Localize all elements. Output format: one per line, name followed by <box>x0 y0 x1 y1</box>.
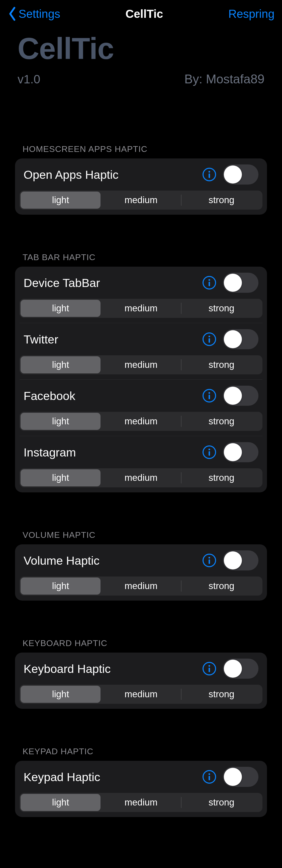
toggle-switch[interactable] <box>223 550 258 570</box>
segment-medium[interactable]: medium <box>101 356 181 373</box>
segmented-control[interactable]: lightmediumstrong <box>20 299 262 318</box>
row-header: Instagram <box>24 442 258 462</box>
segment-row: lightmediumstrong <box>15 412 267 436</box>
row-accessories <box>202 386 258 406</box>
setting-label: Facebook <box>24 389 75 403</box>
switch-knob <box>224 330 242 348</box>
segmented-control[interactable]: lightmediumstrong <box>20 577 262 596</box>
row-header: Volume Haptic <box>24 551 258 570</box>
section-header: HOMESCREEN APPS HAPTIC <box>23 144 267 154</box>
setting-label: Open Apps Haptic <box>24 168 118 182</box>
segment-medium[interactable]: medium <box>101 300 181 317</box>
row-accessories <box>202 164 258 185</box>
toggle-switch[interactable] <box>223 273 258 293</box>
row-header: Facebook <box>24 386 258 405</box>
segment-strong[interactable]: strong <box>181 192 261 209</box>
svg-rect-11 <box>209 395 210 399</box>
settings-group: Open Apps Hapticlightmediumstrong <box>15 158 267 215</box>
toggle-switch[interactable] <box>223 767 258 787</box>
segmented-control[interactable]: lightmediumstrong <box>20 685 262 704</box>
toggle-switch[interactable] <box>223 386 258 406</box>
info-icon[interactable] <box>202 553 216 567</box>
segment-light[interactable]: light <box>21 686 101 703</box>
segment-light[interactable]: light <box>21 300 101 317</box>
setting-row: Instagram <box>15 436 267 468</box>
segment-row: lightmediumstrong <box>15 793 267 817</box>
svg-point-13 <box>209 449 210 451</box>
switch-knob <box>224 768 242 786</box>
settings-group: Keyboard Hapticlightmediumstrong <box>15 653 267 709</box>
switch-knob <box>224 551 242 569</box>
back-button[interactable]: Settings <box>7 6 60 21</box>
row-header: Twitter <box>24 330 258 349</box>
segmented-control[interactable]: lightmediumstrong <box>20 412 262 431</box>
switch-knob <box>224 387 242 405</box>
segmented-control[interactable]: lightmediumstrong <box>20 191 262 210</box>
info-icon[interactable] <box>202 770 216 784</box>
back-label: Settings <box>19 7 60 21</box>
segment-light[interactable]: light <box>21 578 101 595</box>
settings-group: Keypad Hapticlightmediumstrong <box>15 761 267 817</box>
row-accessories <box>202 659 258 679</box>
toggle-switch[interactable] <box>223 164 258 185</box>
segment-light[interactable]: light <box>21 794 101 811</box>
segment-medium[interactable]: medium <box>101 686 181 703</box>
segment-medium[interactable]: medium <box>101 192 181 209</box>
switch-knob <box>224 443 242 461</box>
toggle-switch[interactable] <box>223 659 258 679</box>
chevron-left-icon <box>7 6 17 21</box>
info-icon[interactable] <box>202 167 216 182</box>
toggle-switch[interactable] <box>223 329 258 349</box>
row-accessories <box>202 273 258 293</box>
settings-section: KEYBOARD HAPTICKeyboard Hapticlightmediu… <box>15 638 267 709</box>
segmented-control[interactable]: lightmediumstrong <box>20 355 262 374</box>
segment-strong[interactable]: strong <box>181 794 261 811</box>
svg-rect-5 <box>209 282 210 286</box>
segment-light[interactable]: light <box>21 413 101 430</box>
info-icon[interactable] <box>202 276 216 290</box>
segment-strong[interactable]: strong <box>181 469 261 486</box>
setting-row: Keypad Haptic <box>15 761 267 793</box>
segment-light[interactable]: light <box>21 469 101 486</box>
svg-rect-17 <box>209 559 210 564</box>
svg-rect-8 <box>209 338 210 343</box>
section-header: TAB BAR HAPTIC <box>23 252 267 262</box>
row-accessories <box>202 767 258 787</box>
segment-strong[interactable]: strong <box>181 686 261 703</box>
page-title: CellTic <box>126 7 163 21</box>
row-accessories <box>202 442 258 462</box>
info-icon[interactable] <box>202 661 216 676</box>
segment-light[interactable]: light <box>21 192 101 209</box>
settings-group: Volume Hapticlightmediumstrong <box>15 544 267 600</box>
svg-rect-23 <box>209 776 210 780</box>
setting-label: Device TabBar <box>24 276 100 290</box>
app-name: CellTic <box>17 33 265 64</box>
row-header: Keypad Haptic <box>24 767 258 787</box>
segment-light[interactable]: light <box>21 356 101 373</box>
settings-group: Device TabBarlightmediumstrongTwitterlig… <box>15 267 267 492</box>
segment-medium[interactable]: medium <box>101 413 181 430</box>
setting-row: Volume Haptic <box>15 544 267 577</box>
segment-medium[interactable]: medium <box>101 469 181 486</box>
segment-medium[interactable]: medium <box>101 578 181 595</box>
segment-strong[interactable]: strong <box>181 300 261 317</box>
switch-knob <box>224 165 242 184</box>
hero: CellTic v1.0 By: Mostafa89 <box>0 28 282 94</box>
respring-button[interactable]: Respring <box>228 7 275 21</box>
setting-row: Twitter <box>15 323 267 355</box>
author-label: By: Mostafa89 <box>184 72 265 86</box>
navigation-bar: Settings CellTic Respring <box>0 0 282 28</box>
info-icon[interactable] <box>202 389 216 403</box>
segment-strong[interactable]: strong <box>181 356 261 373</box>
segment-medium[interactable]: medium <box>101 794 181 811</box>
segment-strong[interactable]: strong <box>181 578 261 595</box>
toggle-switch[interactable] <box>223 442 258 462</box>
info-icon[interactable] <box>202 332 216 346</box>
info-icon[interactable] <box>202 445 216 459</box>
segment-row: lightmediumstrong <box>15 685 267 709</box>
segmented-control[interactable]: lightmediumstrong <box>20 793 262 812</box>
segment-strong[interactable]: strong <box>181 413 261 430</box>
segmented-control[interactable]: lightmediumstrong <box>20 468 262 487</box>
switch-knob <box>224 274 242 292</box>
segment-row: lightmediumstrong <box>15 355 267 379</box>
